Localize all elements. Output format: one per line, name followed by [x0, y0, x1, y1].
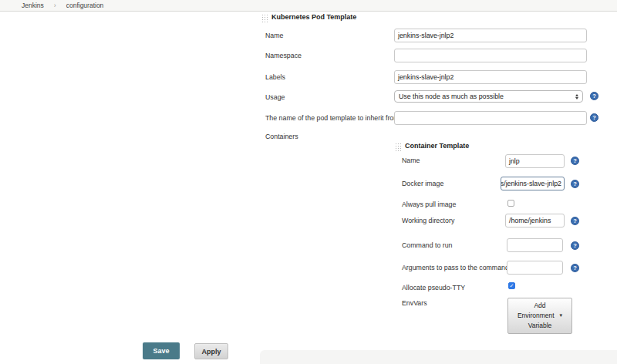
containers-label: Containers [265, 133, 298, 140]
always-pull-label: Always pull image [402, 201, 456, 208]
breadcrumb-item-configuration[interactable]: configuration [66, 2, 104, 9]
arguments-label: Arguments to pass to the command [402, 264, 509, 271]
docker-image-input[interactable]: us/jenkins-slave-jnlp2 [501, 177, 565, 190]
container-name-help-icon[interactable]: ? [571, 157, 579, 165]
check-icon: ✓ [509, 283, 514, 289]
allocate-tty-label: Allocate pseudo-TTY [402, 284, 465, 292]
chevron-down-icon: ▾ [560, 312, 563, 320]
envvars-label: EnvVars [402, 299, 427, 307]
container-name-label: Name [402, 157, 420, 164]
docker-image-label: Docker image [402, 180, 443, 187]
bottom-panel-edge [260, 350, 617, 364]
namespace-input[interactable] [394, 49, 587, 62]
drag-handle-icon[interactable] [261, 14, 268, 22]
docker-image-value: us/jenkins-slave-jnlp2 [501, 177, 561, 190]
inherit-help-icon[interactable]: ? [590, 113, 598, 122]
command-help-icon[interactable]: ? [571, 241, 579, 250]
usage-label: Usage [265, 93, 285, 101]
pod-template-section-title: Kubernetes Pod Template [271, 13, 356, 21]
envvars-button-line2: Environment [518, 311, 555, 321]
add-environment-variable-button[interactable]: Add Environment ▾ Variable [507, 298, 572, 334]
name-label: Name [265, 32, 283, 39]
command-input[interactable] [507, 238, 563, 252]
arguments-help-icon[interactable]: ? [571, 264, 579, 272]
namespace-label: Namespace [265, 52, 302, 59]
save-button[interactable]: Save [143, 342, 180, 359]
docker-image-help-icon[interactable]: ? [571, 180, 579, 188]
working-directory-help-icon[interactable]: ? [571, 217, 579, 225]
breadcrumb-item-jenkins[interactable]: Jenkins [22, 2, 44, 9]
working-directory-label: Working directory [402, 217, 454, 224]
container-name-input[interactable]: jnlp [505, 154, 565, 168]
container-template-section-title: Container Template [405, 142, 469, 150]
breadcrumb: Jenkins › configuration [0, 0, 617, 12]
labels-input[interactable]: jenkins-slave-jnlp2 [394, 70, 587, 84]
arguments-input[interactable] [507, 261, 563, 275]
apply-button[interactable]: Apply [194, 343, 228, 359]
name-input[interactable]: jenkins-slave-jnlp2 [394, 29, 587, 42]
allocate-tty-checkbox[interactable]: ✓ [508, 282, 515, 289]
select-stepper-icon [574, 93, 579, 100]
drag-handle-icon[interactable] [395, 143, 401, 151]
inherit-input[interactable] [394, 111, 587, 125]
working-directory-input[interactable]: /home/jenkins [505, 214, 565, 228]
envvars-button-line1: Add [534, 301, 545, 311]
always-pull-checkbox[interactable]: ✓ [507, 200, 514, 207]
labels-label: Labels [265, 73, 285, 81]
command-label: Command to run [402, 241, 453, 249]
inherit-label: The name of the pod template to inherit … [265, 114, 400, 122]
usage-help-icon[interactable]: ? [590, 92, 598, 100]
usage-select-value: Use this node as much as possible [399, 93, 504, 100]
usage-select[interactable]: Use this node as much as possible [394, 90, 583, 103]
envvars-button-line3: Variable [528, 321, 552, 331]
breadcrumb-separator-icon: › [54, 2, 56, 9]
